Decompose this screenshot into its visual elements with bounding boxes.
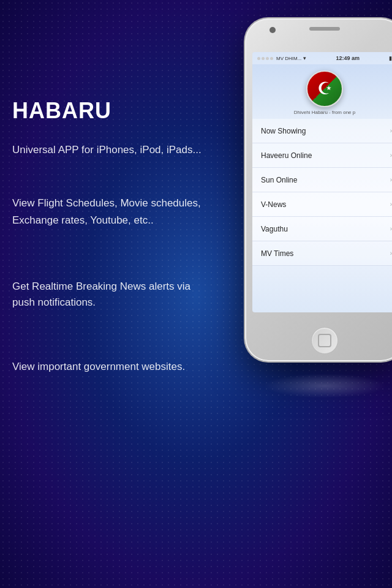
signal-dot-3 bbox=[266, 57, 269, 60]
menu-item-label: Haveeru Online bbox=[261, 151, 312, 160]
menu-item-label: MV Times bbox=[261, 249, 293, 258]
chevron-right-icon: › bbox=[390, 152, 392, 159]
app-logo-area: ☪ Dhivehi Habaru - from one p bbox=[252, 64, 392, 119]
menu-item-label: Now Showing bbox=[261, 127, 306, 135]
chevron-right-icon: › bbox=[390, 225, 392, 232]
app-subtitle: Dhivehi Habaru - from one p bbox=[291, 110, 359, 115]
iphone-mockup: MV DHIM... ▾ 12:49 am ▮ ☪ Dhivehi Habaru… bbox=[239, 18, 392, 374]
signal-dot-4 bbox=[270, 57, 273, 60]
phone-reflection bbox=[263, 374, 386, 398]
iphone-screen: MV DHIM... ▾ 12:49 am ▮ ☪ Dhivehi Habaru… bbox=[252, 52, 392, 312]
screen-content: MV DHIM... ▾ 12:49 am ▮ ☪ Dhivehi Habaru… bbox=[252, 52, 392, 312]
signal-dot-1 bbox=[257, 57, 260, 60]
status-bar: MV DHIM... ▾ 12:49 am ▮ bbox=[252, 52, 392, 64]
chevron-right-icon: › bbox=[390, 250, 392, 257]
menu-item-haveeru-online[interactable]: Haveeru Online › bbox=[252, 143, 392, 168]
speaker-grille bbox=[309, 27, 340, 31]
front-camera bbox=[270, 27, 276, 33]
app-logo: ☪ bbox=[306, 70, 343, 107]
menu-item-label: Vaguthu bbox=[261, 225, 288, 233]
features-text: View Flight Schedules, Movie schedules, … bbox=[12, 195, 202, 230]
menu-item-sun-online[interactable]: Sun Online › bbox=[252, 168, 392, 192]
menu-item-v-news[interactable]: V-News › bbox=[252, 192, 392, 217]
iphone-body: MV DHIM... ▾ 12:49 am ▮ ☪ Dhivehi Habaru… bbox=[245, 18, 392, 361]
menu-item-label: V-News bbox=[261, 200, 286, 209]
chevron-right-icon: › bbox=[390, 201, 392, 208]
page-container: HABARU Universal APP for iPhones, iPod, … bbox=[0, 0, 392, 588]
home-button[interactable] bbox=[311, 327, 338, 354]
menu-item-vaguthu[interactable]: Vaguthu › bbox=[252, 217, 392, 241]
menu-item-label: Sun Online bbox=[261, 176, 297, 184]
gov-websites-text: View important government websites. bbox=[12, 359, 202, 375]
chevron-right-icon: › bbox=[390, 176, 392, 183]
menu-item-now-showing[interactable]: Now Showing › bbox=[252, 119, 392, 143]
left-panel: HABARU Universal APP for iPhones, iPod, … bbox=[12, 98, 202, 375]
signal-indicator bbox=[257, 57, 273, 60]
chevron-right-icon: › bbox=[390, 127, 392, 134]
status-time: 12:49 am bbox=[336, 55, 360, 61]
menu-item-mv-times[interactable]: MV Times › bbox=[252, 241, 392, 266]
breaking-news-text: Get Realtime Breaking News alerts via pu… bbox=[12, 279, 202, 310]
menu-list: Now Showing › Haveeru Online › Sun Onlin… bbox=[252, 119, 392, 312]
app-title: HABARU bbox=[12, 98, 202, 124]
status-left: MV DHIM... ▾ bbox=[257, 55, 306, 61]
crescent-star-icon: ☪ bbox=[317, 80, 333, 97]
carrier-name: MV DHIM... bbox=[276, 56, 301, 61]
wifi-icon: ▾ bbox=[303, 55, 306, 61]
tagline: Universal APP for iPhones, iPod, iPads..… bbox=[12, 142, 202, 158]
signal-dot-2 bbox=[262, 57, 265, 60]
battery-icon: ▮ bbox=[389, 55, 392, 61]
